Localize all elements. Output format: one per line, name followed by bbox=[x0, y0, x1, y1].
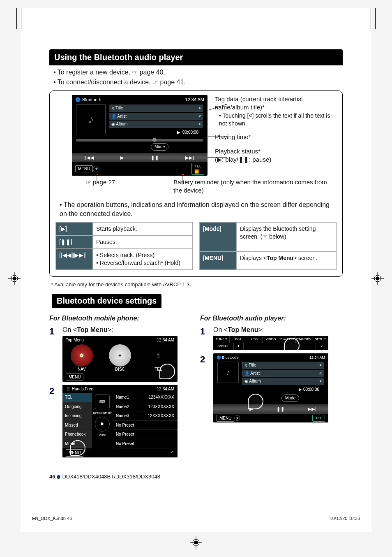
play-time: 00:00:00 bbox=[182, 130, 198, 135]
preset-row[interactable]: No Preset bbox=[113, 439, 178, 449]
shortcut-slot[interactable]: ★ bbox=[234, 343, 244, 350]
keypad-icon[interactable]: ⌨ bbox=[95, 395, 110, 409]
pause-button[interactable]: ❚❚ bbox=[277, 406, 285, 412]
topmenu-title: Top Menu bbox=[66, 337, 84, 343]
bt-screen-with-callouts: 🔵 Bluetooth 12:34 AM ♪ ♫ Title < bbox=[55, 95, 337, 175]
nav-icon[interactable]: 🧭 bbox=[71, 344, 93, 367]
svg-point-8 bbox=[11, 275, 18, 282]
src-bluetooth[interactable]: Bluetooth bbox=[279, 336, 296, 343]
play-button[interactable]: ▶ bbox=[120, 155, 124, 161]
next-button[interactable]: ▶▶| bbox=[185, 155, 194, 161]
preset-row[interactable]: Name312XXXXXXXX bbox=[113, 411, 178, 421]
footer-timestamp: 10/12/20 18:36 bbox=[330, 516, 360, 521]
crop-marks bbox=[16, 8, 376, 29]
ctrl-skip-key: [|◀◀][▶▶|] bbox=[56, 249, 93, 270]
play-button[interactable]: ▶ bbox=[249, 406, 253, 412]
ctrl-menu-desc: Displays <Top Menu> screen. bbox=[237, 251, 337, 269]
nav-mode[interactable]: Mode bbox=[62, 439, 92, 449]
handsfree-screen: 📱 Hands Free 12:34 AM TEL Outgoing Incom… bbox=[62, 385, 178, 457]
mode-button[interactable]: Mode bbox=[151, 143, 168, 151]
menu-button[interactable]: MENU bbox=[66, 374, 83, 381]
bt-header-time: 12:34 AM bbox=[185, 97, 204, 103]
nav-outgoing[interactable]: Outgoing bbox=[62, 402, 92, 412]
bt-screen-small: 🔵 Bluetooth 12:34 AM ♪ ♫ Title< 👤 Artist… bbox=[213, 353, 328, 422]
control-table-left: [▶] Starts playback. [❚❚] Pauses. [|◀◀][… bbox=[55, 222, 193, 270]
prev-button[interactable]: |◀◀ bbox=[85, 155, 94, 161]
disc-icon[interactable]: ◉ bbox=[109, 344, 131, 367]
reg-mark-bottom bbox=[190, 536, 202, 549]
preset-row[interactable]: Name2123XXXXXXX bbox=[113, 402, 178, 412]
ctrl-mode-desc: Displays the Bluetooth setting screen. (… bbox=[237, 223, 337, 251]
avrcp-footnote: * Available only for the devices compati… bbox=[51, 281, 343, 288]
preset-row[interactable]: No Preset bbox=[113, 430, 178, 439]
mode-button[interactable]: Mode bbox=[281, 395, 299, 402]
scroll-chevron[interactable]: < bbox=[198, 114, 201, 119]
reg-mark-right bbox=[371, 272, 384, 285]
tel-button[interactable]: TEL📶 bbox=[191, 163, 204, 174]
step-2-num-r: 2 bbox=[200, 353, 209, 366]
nav-tel[interactable]: TEL bbox=[62, 393, 92, 402]
source-strip-screen: TUNER iPod USB VIDEO Bluetooth STANDBY S… bbox=[213, 336, 328, 350]
src-setup[interactable]: SETUP bbox=[312, 336, 328, 343]
album-art-placeholder: ♪ bbox=[217, 362, 239, 383]
track-album-row[interactable]: ◉ Album< bbox=[242, 378, 324, 385]
preset-row[interactable]: No Preset bbox=[113, 421, 178, 430]
ctrl-play-desc: Starts playback. bbox=[93, 223, 193, 236]
topmenu-time: 12:34 AM bbox=[157, 337, 174, 343]
track-title-row[interactable]: ♫ Title< bbox=[242, 362, 324, 369]
progress-bar[interactable] bbox=[76, 139, 203, 142]
bt-player-prereq-list: To register a new device, ☞ page 40. To … bbox=[53, 68, 343, 86]
track-title-row[interactable]: ♫ Title < bbox=[109, 104, 203, 112]
src-tuner[interactable]: TUNER bbox=[213, 336, 230, 343]
tel-icon[interactable]: 📱 bbox=[147, 344, 169, 367]
menu-button[interactable]: MENU bbox=[66, 449, 83, 457]
scroll-chevron[interactable]: < bbox=[198, 121, 201, 127]
scroll-chevron[interactable]: < bbox=[198, 105, 201, 111]
note-depends: The operation buttons, indications and i… bbox=[60, 200, 337, 218]
pause-button[interactable]: ❚❚ bbox=[151, 155, 159, 161]
track-artist-row[interactable]: 👤 Artist< bbox=[242, 370, 324, 377]
back-icon[interactable]: ⤺ bbox=[171, 449, 174, 457]
nav-incoming[interactable]: Incoming bbox=[62, 411, 92, 421]
prereq-register: To register a new device, ☞ page 40. bbox=[53, 68, 343, 77]
shortcut-slot[interactable]: ★ bbox=[234, 415, 240, 421]
next-button[interactable]: ▶▶| bbox=[308, 406, 317, 412]
preset-row[interactable]: Name11234XXXXXX bbox=[113, 393, 178, 402]
voice-icon[interactable]: 🗣 bbox=[95, 417, 110, 432]
menu-button[interactable]: MENU bbox=[75, 165, 93, 173]
control-tables: [▶] Starts playback. [❚❚] Pauses. [|◀◀][… bbox=[55, 222, 337, 270]
callout-playback-status-sub: (▶: play/❚❚: pause) bbox=[215, 155, 337, 164]
transport-bar: |◀◀ ▶ ❚❚ ▶▶| bbox=[72, 153, 208, 162]
svg-point-21 bbox=[207, 156, 208, 159]
page: Using the Bluetooth audio player To regi… bbox=[21, 8, 371, 532]
ctrl-skip-desc: Selects track. (Press) Reverse/forward s… bbox=[93, 249, 193, 270]
svg-rect-11 bbox=[13, 277, 16, 280]
shortcut-slot[interactable]: ★ bbox=[93, 166, 99, 172]
bt-player-framed-block: 🔵 Bluetooth 12:34 AM ♪ ♫ Title < bbox=[49, 91, 343, 277]
track-album-row[interactable]: ◉ Album < bbox=[109, 121, 203, 128]
src-usb[interactable]: USB bbox=[246, 336, 263, 343]
menu-button[interactable]: MENU bbox=[217, 415, 234, 422]
callout-lines-bottom bbox=[97, 174, 191, 186]
tel-button[interactable]: TEL bbox=[312, 415, 325, 421]
topmenu-screen: Top Menu 12:34 AM 🧭 NAV ◉ bbox=[62, 336, 178, 382]
callout-battery: Battery reminder (only when the informat… bbox=[173, 178, 337, 195]
step-2-num: 2 bbox=[49, 385, 58, 397]
back-icon[interactable]: ⤺ bbox=[316, 343, 328, 350]
svg-line-16 bbox=[207, 104, 227, 111]
album-art-placeholder: ♪ bbox=[76, 104, 106, 134]
step-1-text: On <Top Menu>: bbox=[62, 325, 192, 334]
src-ipod[interactable]: iPod bbox=[230, 336, 246, 343]
src-video[interactable]: VIDEO bbox=[263, 336, 279, 343]
nav-missed[interactable]: Missed bbox=[62, 421, 92, 430]
src-standby[interactable]: STANDBY bbox=[296, 336, 312, 343]
bt-screen: 🔵 Bluetooth 12:34 AM ♪ ♫ Title < bbox=[72, 95, 208, 175]
menu-button[interactable]: MENU bbox=[213, 343, 234, 350]
handsfree-nav: TEL Outgoing Incoming Missed Phonebook M… bbox=[62, 393, 92, 448]
nav-phonebook[interactable]: Phonebook bbox=[62, 430, 92, 439]
svg-point-25 bbox=[182, 174, 184, 175]
callout-tagdata: Tag data (current track title/artist nam… bbox=[215, 95, 337, 112]
track-artist-row[interactable]: 👤 Artist < bbox=[109, 113, 203, 120]
footer-filename: EN_DDX_K.indb 46 bbox=[32, 516, 72, 521]
svg-rect-7 bbox=[194, 541, 198, 544]
